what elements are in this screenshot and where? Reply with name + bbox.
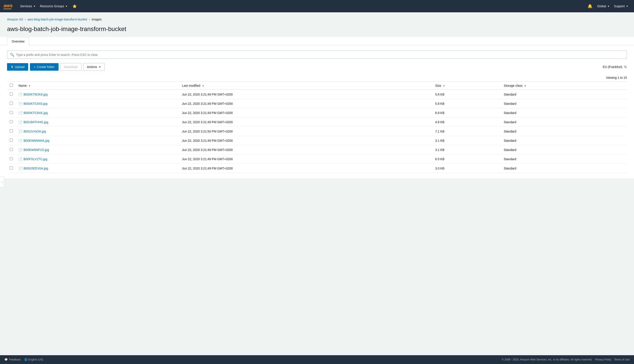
row-checkbox-3[interactable] [10,120,13,123]
table-row: 📄 B00G5EEV0A.jpg Jun 22, 2020 3:21:49 PM… [7,164,627,173]
support-chevron-icon: ▼ [626,5,628,8]
row-checkbox-1[interactable] [10,102,13,105]
select-all-header [7,82,16,90]
global-menu[interactable]: Global ▼ [595,3,612,9]
content-panel: 🔍 ⬆ Upload + Create folder Download Acti… [0,45,634,178]
row-checkbox-2[interactable] [10,111,13,114]
name-sort-icon: ▼ [28,85,30,87]
table-row: 📄 B000KTC6X0.jpg Jun 22, 2020 3:21:49 PM… [7,99,627,108]
main-content: Amazon S3 › aws-blog-batch-job-image-tra… [0,12,634,355]
table-row: 📄 B000KT6OK6.jpg Jun 22, 2020 3:21:49 PM… [7,90,627,99]
file-icon-7: 📄 [18,157,22,161]
table-row: 📄 B000KTC6XK.jpg Jun 22, 2020 3:21:49 PM… [7,108,627,118]
row-checkbox-5[interactable] [10,139,13,142]
table-row: 📄 B00FSLV1TU.jpg Jun 22, 2020 3:21:49 PM… [7,154,627,164]
notifications-icon[interactable]: 🔔 [585,2,595,10]
select-all-checkbox[interactable] [10,84,13,87]
breadcrumb-current: images [92,18,102,21]
file-icon-1: 📄 [18,102,22,106]
files-table: Name ▼ Last modified ▼ Size ▼ Storage cl… [7,82,627,173]
search-bar: 🔍 [7,50,627,59]
last-modified-sort-icon: ▼ [202,85,204,87]
global-chevron-icon: ▼ [607,5,610,8]
upload-button[interactable]: ⬆ Upload [7,63,28,71]
row-checkbox-6[interactable] [10,148,13,151]
tab-bar: Overview [0,37,634,45]
file-link-5[interactable]: 📄 B00EW6NNHA.jpg [18,139,177,142]
file-link-7[interactable]: 📄 B00FSLV1TU.jpg [18,157,177,161]
storage-class-sort-icon: ▼ [524,85,526,87]
top-navigation: aws Services ▼ Resource Groups ▼ ⭐ 🔔 Glo… [0,0,634,12]
table-row: 📄 B001B4THHG.jpg Jun 22, 2020 3:21:49 PM… [7,118,627,127]
page-title: aws-blog-batch-job-image-transform-bucke… [7,26,627,32]
globe-icon: 🌐 [24,358,28,361]
language-selector[interactable]: 🌐 English (US) [24,358,43,361]
file-icon-5: 📄 [18,139,22,142]
file-icon-0: 📄 [18,93,22,96]
region-label: EU (Frankfurt) ↻ [603,65,627,69]
resource-groups-chevron-icon: ▼ [66,5,68,8]
actions-button[interactable]: Actions ▼ [83,63,105,71]
aws-logo[interactable]: aws [4,3,13,9]
services-chevron-icon: ▼ [33,5,36,8]
file-icon-8: 📄 [18,166,22,170]
table-header-row: Name ▼ Last modified ▼ Size ▼ Storage cl… [7,82,627,90]
breadcrumb-separator-2: › [89,18,90,21]
copyright-text: © 2008 - 2020, Amazon Web Services, Inc.… [502,358,592,361]
breadcrumb-separator-1: › [25,18,26,21]
create-folder-button[interactable]: + Create folder [30,63,58,71]
footer: 💬 Feedback 🌐 English (US) © 2008 - 2020,… [0,355,634,364]
table-row: 📄 B001IVXIOA.jpg Jun 22, 2020 3:21:50 PM… [7,127,627,136]
table-info: Viewing 1 to 15 [7,74,627,82]
support-menu[interactable]: Support ▼ [612,3,630,9]
file-link-3[interactable]: 📄 B001B4THHG.jpg [18,120,177,124]
favorites-icon[interactable]: ⭐ [70,3,80,10]
storage-class-column-header[interactable]: Storage class ▼ [501,82,627,90]
breadcrumb-bucket-link[interactable]: aws-blog-batch-job-image-transform-bucke… [28,18,87,21]
sidebar-toggle[interactable]: › [0,177,4,187]
file-icon-6: 📄 [18,148,22,152]
refresh-icon[interactable]: ↻ [624,65,627,69]
breadcrumb-s3-link[interactable]: Amazon S3 [7,18,23,21]
table-row: 📄 B00EW6NNHA.jpg Jun 22, 2020 3:21:49 PM… [7,136,627,145]
file-icon-2: 📄 [18,111,22,115]
breadcrumb: Amazon S3 › aws-blog-batch-job-image-tra… [7,18,627,21]
size-column-header[interactable]: Size ▼ [432,82,501,90]
file-link-4[interactable]: 📄 B001IVXIOA.jpg [18,130,177,133]
upload-icon: ⬆ [11,65,14,69]
file-link-0[interactable]: 📄 B000KT6OK6.jpg [18,93,177,96]
terms-of-use-link[interactable]: Terms of Use [614,358,630,361]
row-checkbox-8[interactable] [10,166,13,170]
search-icon: 🔍 [10,52,14,57]
file-link-6[interactable]: 📄 B00EW6NP1O.jpg [18,148,177,152]
table-row: 📄 B00EW6NP1O.jpg Jun 22, 2020 3:21:49 PM… [7,145,627,154]
feedback-icon: 💬 [4,358,8,361]
file-link-8[interactable]: 📄 B00G5EEV0A.jpg [18,166,177,170]
create-folder-icon: + [34,65,36,69]
tab-overview[interactable]: Overview [7,37,29,45]
size-sort-icon: ▼ [443,85,445,87]
last-modified-column-header[interactable]: Last modified ▼ [180,82,432,90]
row-checkbox-4[interactable] [10,130,13,132]
privacy-policy-link[interactable]: Privacy Policy [595,358,612,361]
search-input[interactable] [16,53,624,56]
file-link-1[interactable]: 📄 B000KTC6X0.jpg [18,102,177,106]
file-link-2[interactable]: 📄 B000KTC6XK.jpg [18,111,177,115]
resource-groups-menu[interactable]: Resource Groups ▼ [38,3,70,9]
file-icon-4: 📄 [18,130,22,133]
toolbar: ⬆ Upload + Create folder Download Action… [7,63,627,71]
services-menu[interactable]: Services ▼ [18,3,38,9]
name-column-header[interactable]: Name ▼ [16,82,180,90]
file-icon-3: 📄 [18,120,22,124]
download-button[interactable]: Download [60,63,82,71]
row-checkbox-7[interactable] [10,157,13,160]
row-checkbox-0[interactable] [10,92,13,96]
feedback-button[interactable]: 💬 Feedback [4,358,21,361]
actions-chevron-icon: ▼ [99,66,101,68]
